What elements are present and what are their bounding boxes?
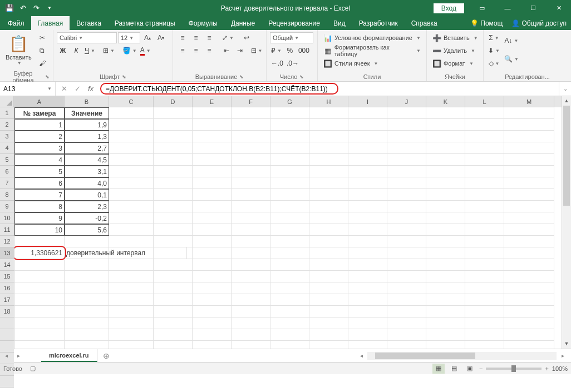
tab-главная[interactable]: Главная <box>31 16 70 30</box>
bold-button[interactable]: Ж <box>57 45 69 56</box>
cell-L21[interactable] <box>465 341 504 349</box>
cell-C9[interactable] <box>109 201 154 212</box>
col-header-E[interactable]: E <box>193 96 232 107</box>
cell-B2[interactable]: 1,9 <box>65 119 109 131</box>
cell-L12[interactable] <box>465 236 504 247</box>
page-layout-view-icon[interactable]: ▤ <box>448 364 460 374</box>
cell-M9[interactable] <box>504 201 554 212</box>
add-sheet-icon[interactable]: ⊕ <box>99 351 114 360</box>
cell-G9[interactable] <box>270 201 309 212</box>
cell-F1[interactable] <box>232 107 270 119</box>
cell-J2[interactable] <box>387 119 426 131</box>
cell-K12[interactable] <box>426 236 465 247</box>
cell-K17[interactable] <box>426 294 465 306</box>
row-header-24[interactable] <box>0 376 14 388</box>
cell-K7[interactable] <box>426 177 465 189</box>
row-header-4[interactable]: 4 <box>0 142 14 154</box>
cell-I1[interactable] <box>348 107 387 119</box>
cell-H11[interactable] <box>309 224 348 236</box>
name-box-input[interactable] <box>3 85 42 93</box>
cell-G12[interactable] <box>270 236 309 247</box>
tab-формулы[interactable]: Формулы <box>182 16 224 30</box>
select-all-corner[interactable] <box>0 96 14 107</box>
cell-J16[interactable] <box>387 282 426 294</box>
format-painter-icon[interactable]: 🖌 <box>36 58 48 69</box>
cell-I9[interactable] <box>348 201 387 212</box>
cell-B9[interactable]: 2,3 <box>65 201 109 212</box>
cell-J11[interactable] <box>387 224 426 236</box>
cell-A8[interactable]: 7 <box>14 189 65 201</box>
tell-me[interactable]: 💡Помощ <box>466 16 507 30</box>
cell-M6[interactable] <box>504 166 554 177</box>
col-header-A[interactable]: A <box>14 96 65 107</box>
row-header-8[interactable]: 8 <box>0 189 14 201</box>
underline-button[interactable]: Ч▼ <box>83 45 96 56</box>
tab-вид[interactable]: Вид <box>327 16 352 30</box>
cell-H18[interactable] <box>309 306 348 317</box>
borders-icon[interactable]: ⊞▼ <box>102 45 116 56</box>
col-header-I[interactable]: I <box>348 96 387 107</box>
zoom-slider[interactable] <box>486 368 542 370</box>
login-button[interactable]: Вход <box>434 3 464 13</box>
cell-H2[interactable] <box>309 119 348 131</box>
cell-M17[interactable] <box>504 294 554 306</box>
decrease-decimal-icon[interactable]: .0→ <box>286 58 300 69</box>
orientation-icon[interactable]: ⤢▼ <box>221 32 235 43</box>
cell-K13[interactable] <box>426 247 465 259</box>
cell-J8[interactable] <box>387 189 426 201</box>
sheet-nav-next-icon[interactable]: ▸ <box>12 349 24 362</box>
cell-E20[interactable] <box>193 329 232 341</box>
cell-L15[interactable] <box>465 271 504 282</box>
align-middle-icon[interactable]: ≡ <box>190 32 202 43</box>
cell-J10[interactable] <box>387 212 426 224</box>
cell-J20[interactable] <box>387 329 426 341</box>
align-center-icon[interactable]: ≡ <box>190 45 202 56</box>
cell-K14[interactable] <box>426 259 465 271</box>
cell-K5[interactable] <box>426 154 465 166</box>
cell-F14[interactable] <box>232 259 270 271</box>
cell-D4[interactable] <box>154 142 193 154</box>
row-header-16[interactable]: 16 <box>0 282 14 294</box>
cell-I18[interactable] <box>348 306 387 317</box>
cell-M1[interactable] <box>504 107 554 119</box>
cell-D11[interactable] <box>154 224 193 236</box>
cell-K19[interactable] <box>426 317 465 329</box>
col-header-C[interactable]: C <box>109 96 154 107</box>
cell-B13[interactable]: доверительный интервал <box>65 247 187 259</box>
cell-F8[interactable] <box>232 189 270 201</box>
cell-M21[interactable] <box>504 341 554 349</box>
cell-K11[interactable] <box>426 224 465 236</box>
cell-E16[interactable] <box>193 282 232 294</box>
cell-F6[interactable] <box>232 166 270 177</box>
align-left-icon[interactable]: ≡ <box>176 45 189 56</box>
cell-G3[interactable] <box>270 131 309 142</box>
cell-D5[interactable] <box>154 154 193 166</box>
tab-данные[interactable]: Данные <box>224 16 262 30</box>
row-header-1[interactable]: 1 <box>0 107 14 119</box>
cell-H9[interactable] <box>309 201 348 212</box>
cell-B5[interactable]: 4,5 <box>65 154 109 166</box>
cell-B16[interactable] <box>65 282 109 294</box>
cell-H20[interactable] <box>309 329 348 341</box>
cell-F21[interactable] <box>232 341 270 349</box>
cell-F3[interactable] <box>232 131 270 142</box>
paste-button[interactable]: 📋 Вставить ▼ <box>3 32 34 68</box>
cell-M4[interactable] <box>504 142 554 154</box>
font-name-combo[interactable]: Calibri▼ <box>57 32 117 43</box>
cell-G7[interactable] <box>270 177 309 189</box>
cell-L14[interactable] <box>465 259 504 271</box>
cell-F15[interactable] <box>232 271 270 282</box>
cell-D15[interactable] <box>154 271 193 282</box>
cell-F7[interactable] <box>232 177 270 189</box>
cell-H14[interactable] <box>309 259 348 271</box>
cell-G15[interactable] <box>270 271 309 282</box>
cell-F20[interactable] <box>232 329 270 341</box>
cell-G13[interactable] <box>270 247 309 259</box>
cell-B4[interactable]: 2,7 <box>65 142 109 154</box>
cell-M16[interactable] <box>504 282 554 294</box>
cell-B8[interactable]: 0,1 <box>65 189 109 201</box>
cell-E15[interactable] <box>193 271 232 282</box>
cell-L11[interactable] <box>465 224 504 236</box>
cell-E18[interactable] <box>193 306 232 317</box>
cell-E4[interactable] <box>193 142 232 154</box>
